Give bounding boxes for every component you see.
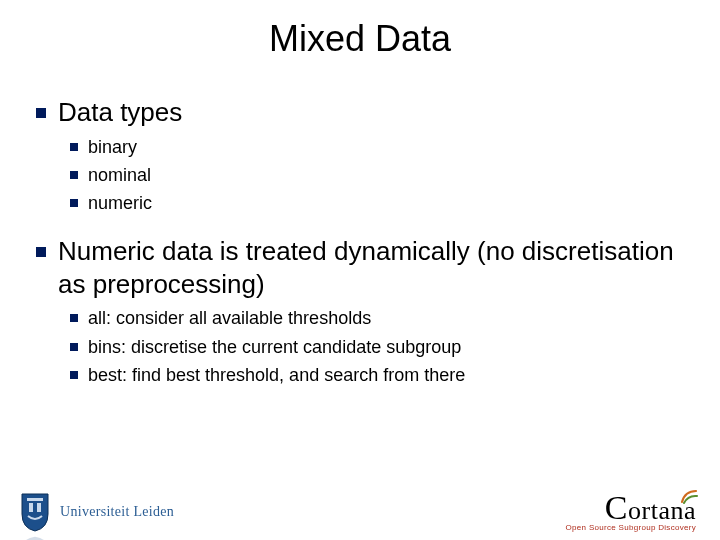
footer: Universiteit Leiden Universiteit Leiden …	[0, 482, 720, 540]
crest-icon	[18, 492, 52, 532]
bullet-l2-text: all: consider all available thresholds	[88, 306, 680, 330]
bullet-l1-text: Numeric data is treated dynamically (no …	[58, 235, 680, 300]
slide: Mixed Data Data types binary nominal num…	[0, 0, 720, 540]
square-bullet-icon	[36, 247, 46, 257]
bullet-l2: bins: discretise the current candidate s…	[70, 335, 680, 359]
bullet-l2: numeric	[70, 191, 680, 215]
bullet-l2: best: find best threshold, and search fr…	[70, 363, 680, 387]
svg-rect-1	[29, 503, 33, 512]
bullet-l2: nominal	[70, 163, 680, 187]
svg-rect-0	[27, 498, 43, 501]
bullet-l2-text: nominal	[88, 163, 680, 187]
square-bullet-icon	[70, 171, 78, 179]
square-bullet-icon	[70, 199, 78, 207]
bullet-l1: Numeric data is treated dynamically (no …	[36, 235, 680, 300]
bullet-l2-text: binary	[88, 135, 680, 159]
square-bullet-icon	[70, 371, 78, 379]
cortana-logo: Cortana Open Source Subgroup Discovery	[566, 491, 696, 532]
university-name: Universiteit Leiden	[60, 504, 174, 520]
logo-reflection: Universiteit Leiden	[18, 536, 174, 540]
svg-rect-2	[37, 503, 41, 512]
bullet-l2: binary	[70, 135, 680, 159]
square-bullet-icon	[70, 143, 78, 151]
square-bullet-icon	[70, 314, 78, 322]
bullet-l2: all: consider all available thresholds	[70, 306, 680, 330]
swoosh-icon	[680, 488, 698, 504]
bullet-l1: Data types	[36, 96, 680, 129]
bullet-l2-text: numeric	[88, 191, 680, 215]
cortana-subtitle: Open Source Subgroup Discovery	[566, 523, 696, 532]
square-bullet-icon	[70, 343, 78, 351]
slide-title: Mixed Data	[0, 18, 720, 60]
cortana-name: Cortana	[566, 491, 696, 525]
cortana-c: C	[605, 491, 628, 525]
slide-body: Data types binary nominal numeric Numeri…	[36, 92, 680, 391]
bullet-l2-text: bins: discretise the current candidate s…	[88, 335, 680, 359]
university-logo: Universiteit Leiden Universiteit Leiden	[18, 492, 174, 532]
bullet-l1-text: Data types	[58, 96, 680, 129]
square-bullet-icon	[36, 108, 46, 118]
bullet-l2-text: best: find best threshold, and search fr…	[88, 363, 680, 387]
